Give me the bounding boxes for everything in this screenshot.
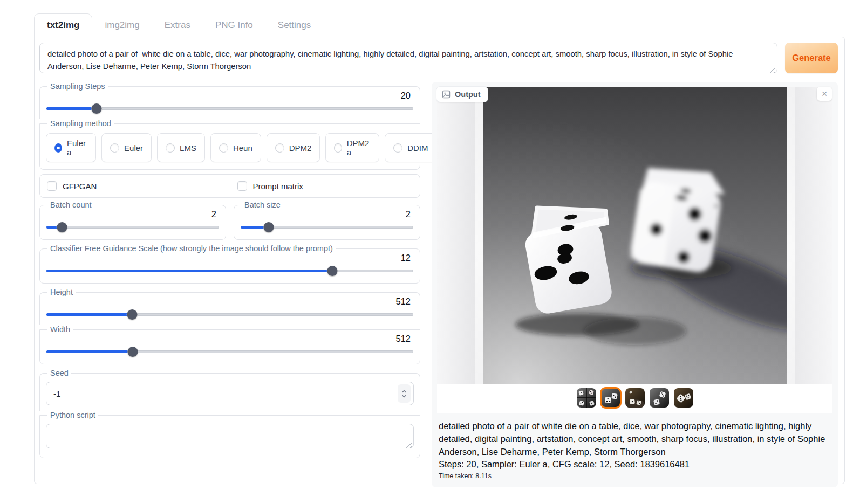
sampling-steps-value: 20: [46, 91, 414, 101]
width-fieldset: Width 512: [39, 325, 420, 364]
sampling-group: Sampling Steps 20 Sampling method: [39, 82, 420, 170]
height-label: Height: [47, 288, 76, 296]
radio-dot-icon: [219, 143, 228, 153]
prompt-row: detailed photo of a pair of white die on…: [39, 43, 838, 75]
radio-label: Euler a: [67, 139, 87, 157]
image-icon: [442, 90, 451, 99]
options-group: GFPGAN Prompt matrix Batch count 2: [39, 174, 420, 240]
top-tab-bar: txt2img img2img Extras PNG Info Settings: [34, 13, 860, 37]
radio-label: Euler: [124, 143, 143, 153]
radio-label: DPM2 a: [347, 139, 371, 157]
slider-fill: [46, 350, 133, 353]
prompt-input[interactable]: detailed photo of a pair of white die on…: [39, 43, 777, 73]
radio-euler[interactable]: Euler: [101, 133, 152, 162]
sampling-steps-label: Sampling Steps: [47, 82, 108, 91]
radio-dot-icon: [54, 143, 62, 153]
slider-knob[interactable]: [127, 309, 138, 320]
seed-input-wrap: [46, 382, 414, 405]
image-stage: [437, 87, 832, 384]
gallery-thumbnails: [437, 384, 832, 413]
thumbnail-5[interactable]: [674, 388, 693, 408]
tab-png-info[interactable]: PNG Info: [203, 14, 265, 37]
seed-label: Seed: [47, 369, 71, 377]
slider-knob[interactable]: [92, 103, 102, 114]
app-page: txt2img img2img Extras PNG Info Settings…: [0, 0, 860, 484]
gfpgan-checkbox[interactable]: [47, 181, 57, 191]
sampling-steps-slider[interactable]: [46, 103, 413, 114]
width-value: 512: [46, 334, 414, 344]
radio-label: LMS: [180, 143, 196, 153]
radio-dot-icon: [275, 143, 284, 153]
slider-track[interactable]: [46, 226, 219, 229]
sampling-method-options: Euler a Euler LMS: [46, 133, 414, 162]
radio-label: DPM2: [289, 143, 312, 153]
seed-input[interactable]: [46, 382, 414, 405]
tab-txt2img[interactable]: txt2img: [34, 13, 92, 37]
seed-script-group: Seed: [39, 369, 420, 458]
height-fieldset: Height 512: [39, 288, 420, 325]
batch-row: Batch count 2 Batch size 2: [39, 201, 420, 240]
generated-image[interactable]: [483, 87, 787, 384]
left-die: [522, 205, 614, 316]
gfpgan-checkbox-cell[interactable]: GFPGAN: [40, 175, 230, 197]
caption-time-text: Time taken: 8.11s: [439, 472, 831, 480]
slider-knob[interactable]: [264, 222, 274, 232]
thumbnail-2-selected[interactable]: [601, 388, 620, 408]
tab-settings[interactable]: Settings: [265, 14, 323, 37]
slider-knob[interactable]: [57, 222, 67, 232]
sampling-steps-fieldset: Sampling Steps 20: [39, 82, 420, 119]
slider-knob[interactable]: [327, 266, 338, 276]
close-gallery-button[interactable]: ✕: [817, 87, 832, 101]
output-column: Output ✕: [432, 82, 838, 487]
radio-dot-icon: [166, 143, 175, 153]
tab-extras[interactable]: Extras: [152, 14, 203, 37]
seed-stepper[interactable]: [398, 384, 411, 403]
content-columns: Sampling Steps 20 Sampling method: [39, 82, 838, 487]
slider-fill: [46, 270, 332, 272]
radio-dot-icon: [110, 143, 119, 153]
output-gallery-panel: Output ✕: [432, 82, 838, 487]
generation-info: detailed photo of a pair of white die on…: [437, 413, 832, 480]
radio-heun[interactable]: Heun: [210, 133, 261, 162]
thumbnail-1[interactable]: [577, 388, 596, 408]
generate-button[interactable]: Generate: [785, 43, 838, 73]
radio-dpm2-a[interactable]: DPM2 a: [325, 133, 379, 162]
prompt-matrix-checkbox[interactable]: [237, 181, 247, 191]
settings-column: Sampling Steps 20 Sampling method: [39, 82, 420, 487]
caption-prompt-text: detailed photo of a pair of white die on…: [439, 420, 831, 458]
dimensions-group: Height 512 Width 512: [39, 288, 420, 364]
chevron-down-icon[interactable]: [401, 394, 407, 398]
batch-count-slider[interactable]: [46, 222, 219, 232]
slider-fill: [46, 313, 132, 316]
output-tab[interactable]: Output: [436, 86, 488, 102]
radio-label: DDIM: [407, 143, 428, 153]
radio-lms[interactable]: LMS: [157, 133, 205, 162]
tab-img2img[interactable]: img2img: [92, 14, 152, 37]
prompt-matrix-checkbox-cell[interactable]: Prompt matrix: [230, 175, 420, 197]
stage-right-fade: [795, 87, 832, 384]
batch-size-label: Batch size: [242, 201, 283, 209]
chevron-up-icon[interactable]: [401, 390, 407, 393]
python-script-input[interactable]: [46, 424, 414, 448]
cfg-fieldset: Classifier Free Guidance Scale (how stro…: [39, 244, 420, 284]
python-script-label: Python script: [47, 411, 98, 419]
python-script-box: [46, 424, 414, 451]
height-slider[interactable]: [46, 309, 413, 320]
slider-fill: [46, 107, 97, 110]
radio-ddim[interactable]: DDIM: [385, 133, 436, 162]
sampling-method-label: Sampling method: [47, 119, 114, 128]
seed-fieldset: Seed: [39, 369, 420, 411]
thumbnail-3[interactable]: [625, 388, 645, 408]
batch-count-label: Batch count: [47, 201, 94, 209]
stage-left-fade: [437, 87, 475, 384]
thumbnail-4[interactable]: [650, 388, 669, 408]
slider-knob[interactable]: [127, 347, 138, 357]
radio-euler-a[interactable]: Euler a: [46, 133, 96, 162]
sampling-method-fieldset: Sampling method Euler a Euler: [39, 119, 420, 170]
prompt-matrix-label: Prompt matrix: [253, 182, 303, 191]
cfg-slider[interactable]: [46, 265, 413, 276]
cfg-label: Classifier Free Guidance Scale (how stro…: [47, 244, 336, 253]
batch-size-slider[interactable]: [241, 222, 413, 232]
radio-dpm2[interactable]: DPM2: [267, 133, 320, 162]
width-slider[interactable]: [46, 346, 413, 357]
